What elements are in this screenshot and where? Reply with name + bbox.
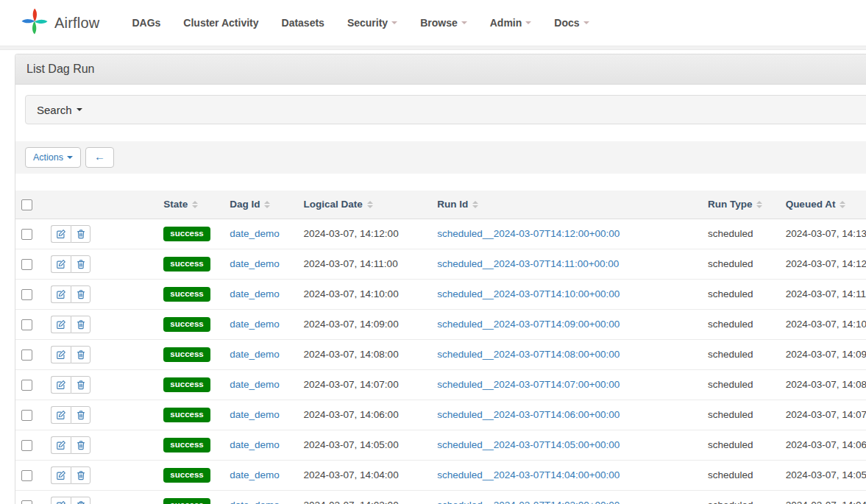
row-checkbox[interactable] [21,500,32,504]
run-id-link[interactable]: scheduled__2024-03-07T14:08:00+00:00 [437,349,620,360]
run-type-cell: scheduled [702,339,780,369]
nav-item-security[interactable]: Security [347,17,397,29]
queued-at-cell: 2024-03-07, 14:10:00 [780,309,866,339]
row-checkbox[interactable] [21,229,32,240]
airflow-pinwheel-icon [21,7,49,38]
dag-id-link[interactable]: date_demo [230,288,280,299]
search-dropdown[interactable]: Search [25,95,866,124]
nav-items: DAGs Cluster Activity Datasets Security … [132,17,611,29]
queued-at-cell: 2024-03-07, 14:07:00 [780,400,866,430]
nav-item-cluster-activity[interactable]: Cluster Activity [183,17,258,29]
delete-record-button[interactable] [71,406,90,424]
delete-record-button[interactable] [71,346,90,363]
delete-record-button[interactable] [71,285,90,303]
nav-item-admin[interactable]: Admin [490,17,532,29]
column-header-run-id[interactable]: Run Id [437,199,478,210]
row-checkbox[interactable] [21,380,32,391]
sort-icon [367,201,373,208]
run-id-link[interactable]: scheduled__2024-03-07T14:10:00+00:00 [437,288,620,299]
row-checkbox[interactable] [21,259,32,270]
delete-record-button[interactable] [71,225,90,243]
edit-record-button[interactable] [51,225,71,243]
edit-icon [56,410,66,420]
row-checkbox[interactable] [21,470,32,481]
edit-icon [56,259,66,269]
column-header-dag-id[interactable]: Dag Id [230,199,270,210]
nav-item-datasets[interactable]: Datasets [282,17,324,29]
run-id-link[interactable]: scheduled__2024-03-07T14:09:00+00:00 [437,319,620,330]
dag-id-link[interactable]: date_demo [230,439,280,450]
chevron-down-icon [461,21,467,24]
row-checkbox[interactable] [21,410,32,421]
delete-record-button[interactable] [71,255,90,273]
status-badge: success [163,287,210,302]
run-type-cell: scheduled [702,400,780,430]
airflow-brand[interactable]: Airflow [21,7,99,38]
edit-record-button[interactable] [51,346,71,363]
row-checkbox[interactable] [21,319,32,330]
dag-id-link[interactable]: date_demo [230,469,280,480]
chevron-down-icon [391,21,397,24]
column-header-run-type[interactable]: Run Type [708,199,763,210]
edit-icon [56,229,66,239]
queued-at-cell: 2024-03-07, 14:06:00 [780,430,866,460]
edit-record-button[interactable] [51,466,71,484]
dag-id-link[interactable]: date_demo [230,258,280,269]
trash-icon [76,259,86,269]
table-row: success date_demo 2024-03-07, 14:10:00 s… [15,279,866,309]
delete-record-button[interactable] [71,436,90,454]
actions-button[interactable]: Actions [25,147,81,168]
run-type-cell: scheduled [702,309,780,339]
run-id-link[interactable]: scheduled__2024-03-07T14:11:00+00:00 [437,258,619,269]
dag-id-link[interactable]: date_demo [230,500,280,504]
trash-icon [76,319,86,330]
run-type-cell: scheduled [702,490,780,504]
edit-record-button[interactable] [51,497,71,504]
edit-record-button[interactable] [51,316,71,333]
edit-record-button[interactable] [51,255,71,273]
table-body: success date_demo 2024-03-07, 14:12:00 s… [15,219,866,504]
trash-icon [76,470,86,480]
row-checkbox[interactable] [21,440,32,451]
queued-at-cell: 2024-03-07, 14:13:00 [780,219,866,249]
run-id-link[interactable]: scheduled__2024-03-07T14:03:00+00:00 [437,500,620,504]
delete-record-button[interactable] [71,376,90,394]
logical-date-cell: 2024-03-07, 14:11:00 [298,249,432,279]
status-badge: success [163,347,210,362]
page-title: List Dag Run [15,54,866,85]
queued-at-cell: 2024-03-07, 14:11:00 [780,279,866,309]
edit-icon [56,349,66,360]
dag-id-link[interactable]: date_demo [230,409,280,420]
edit-record-button[interactable] [51,376,71,394]
back-button[interactable]: ← [85,147,114,168]
edit-record-button[interactable] [51,285,71,303]
delete-record-button[interactable] [71,497,90,504]
edit-record-button[interactable] [51,436,71,454]
run-id-link[interactable]: scheduled__2024-03-07T14:12:00+00:00 [437,228,620,239]
logical-date-cell: 2024-03-07, 14:10:00 [298,279,432,309]
run-type-cell: scheduled [702,249,780,279]
dag-id-link[interactable]: date_demo [230,349,280,360]
run-id-link[interactable]: scheduled__2024-03-07T14:05:00+00:00 [437,439,620,450]
dag-id-link[interactable]: date_demo [230,379,280,390]
dag-id-link[interactable]: date_demo [230,319,280,330]
nav-item-browse[interactable]: Browse [420,17,467,29]
column-header-logical-date[interactable]: Logical Date [304,199,373,210]
delete-record-button[interactable] [71,316,90,333]
row-checkbox[interactable] [21,289,32,300]
trash-icon [76,380,86,390]
select-all-checkbox[interactable] [21,199,32,210]
column-header-queued-at[interactable]: Queued At [786,199,846,210]
delete-record-button[interactable] [71,466,90,484]
edit-record-button[interactable] [51,406,71,424]
run-id-link[interactable]: scheduled__2024-03-07T14:07:00+00:00 [437,379,620,390]
run-id-link[interactable]: scheduled__2024-03-07T14:04:00+00:00 [437,469,620,480]
nav-item-dags[interactable]: DAGs [132,17,160,29]
queued-at-cell: 2024-03-07, 14:09:00 [780,339,866,369]
dag-id-link[interactable]: date_demo [230,228,280,239]
table-row: success date_demo 2024-03-07, 14:04:00 s… [15,460,866,490]
column-header-state[interactable]: State [163,199,198,210]
nav-item-docs[interactable]: Docs [554,17,589,29]
run-id-link[interactable]: scheduled__2024-03-07T14:06:00+00:00 [437,409,620,420]
row-checkbox[interactable] [21,349,32,361]
